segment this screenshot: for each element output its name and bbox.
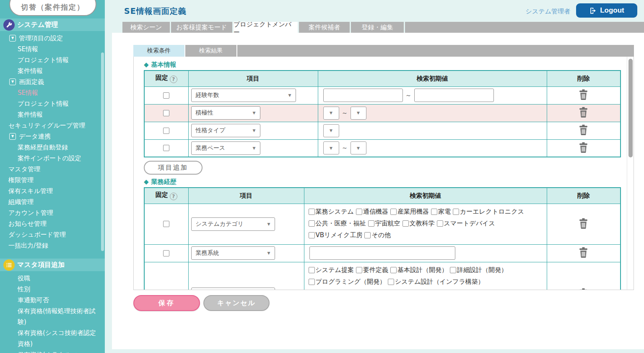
checkbox-option[interactable]: 通信機器 bbox=[356, 207, 388, 217]
sidebar-item[interactable]: 車通勤可否 bbox=[0, 295, 105, 306]
delete-row-button[interactable] bbox=[576, 246, 590, 260]
option-checkbox[interactable] bbox=[309, 267, 315, 273]
fixed-checkbox[interactable] bbox=[163, 92, 169, 99]
logout-button[interactable]: Logout bbox=[576, 3, 637, 18]
checkbox-option[interactable]: 公共・医療・福祉 bbox=[309, 218, 366, 229]
sidebar-item[interactable]: 保有スキル管理 bbox=[0, 186, 105, 196]
sidebar-item[interactable]: 保有資格(オラクルマ bbox=[0, 349, 105, 353]
save-button[interactable]: 保存 bbox=[133, 295, 200, 311]
option-checkbox[interactable] bbox=[356, 209, 362, 215]
sidebar-item[interactable]: ▼管理項目の設定 bbox=[0, 33, 105, 44]
option-checkbox[interactable] bbox=[390, 209, 397, 215]
checkbox-option[interactable]: 基本設計（開発） bbox=[390, 265, 448, 275]
option-checkbox[interactable] bbox=[309, 232, 315, 238]
option-checkbox[interactable] bbox=[368, 220, 374, 227]
sidebar-item-active[interactable]: SE情報 bbox=[0, 87, 105, 98]
option-checkbox[interactable] bbox=[309, 220, 315, 227]
sidebar-scrollbar[interactable] bbox=[101, 52, 104, 251]
tab-customer-proposal-mode[interactable]: お客様提案モード bbox=[171, 22, 232, 33]
checkbox-option[interactable]: 業務システム bbox=[309, 207, 354, 217]
subtab-search-results[interactable]: 検索結果 bbox=[185, 45, 236, 57]
option-checkbox[interactable] bbox=[437, 220, 443, 227]
option-checkbox[interactable] bbox=[388, 279, 394, 285]
option-checkbox[interactable] bbox=[309, 279, 315, 285]
collapse-arrow-icon[interactable]: ▼ bbox=[9, 78, 16, 85]
sidebar-item[interactable]: 業務経歴自動登録 bbox=[0, 142, 105, 153]
option-checkbox[interactable] bbox=[453, 209, 459, 215]
fixed-checkbox[interactable] bbox=[163, 250, 169, 256]
sidebar-item[interactable]: マスタ管理 bbox=[0, 164, 105, 175]
sidebar-item[interactable]: お知らせ管理 bbox=[0, 218, 105, 229]
collapse-arrow-icon[interactable]: ▼ bbox=[9, 133, 16, 140]
cancel-button[interactable]: キャンセル bbox=[203, 295, 270, 311]
pane-scrollbar[interactable] bbox=[627, 57, 634, 290]
help-icon[interactable]: ? bbox=[170, 76, 177, 83]
checkbox-option[interactable]: その他 bbox=[364, 230, 391, 241]
fixed-checkbox[interactable] bbox=[163, 145, 169, 151]
sidebar-item[interactable]: セキュリティグループ管理 bbox=[0, 120, 105, 131]
checkbox-option[interactable]: カーエレクトロニクス bbox=[453, 207, 524, 217]
item-select[interactable]: 業務系統▼ bbox=[191, 246, 275, 260]
sidebar-item[interactable]: 案件インポートの設定 bbox=[0, 153, 105, 164]
checkbox-option[interactable]: 文教科学 bbox=[402, 218, 435, 229]
pane-scrollbar-thumb[interactable] bbox=[628, 59, 633, 157]
sidebar-item[interactable]: 案件情報 bbox=[0, 109, 105, 120]
sidebar-item[interactable]: ▼画面定義 bbox=[0, 76, 105, 87]
sidebar-item[interactable]: ▼データ連携 bbox=[0, 131, 105, 142]
item-select[interactable]: 業務ペース▼ bbox=[191, 141, 260, 155]
range-to-select[interactable]: ▼ bbox=[351, 107, 366, 120]
checkbox-option[interactable]: スマートデバイス bbox=[437, 218, 495, 229]
sidebar-item[interactable]: ダッシュボード管理 bbox=[0, 229, 105, 240]
sidebar-item[interactable]: 権限管理 bbox=[0, 175, 105, 186]
fixed-checkbox[interactable] bbox=[163, 128, 169, 134]
delete-row-button[interactable] bbox=[576, 217, 590, 231]
option-checkbox[interactable] bbox=[390, 267, 397, 273]
range-to-select[interactable]: ▼ bbox=[351, 141, 366, 154]
sidebar-item[interactable]: プロジェクト情報 bbox=[0, 55, 105, 65]
checkbox-option[interactable]: 家電 bbox=[431, 207, 451, 217]
sidebar-item[interactable]: 保有資格(情報処理技術者試験) bbox=[0, 306, 105, 327]
delete-row-button[interactable] bbox=[576, 288, 590, 290]
checkbox-option[interactable]: VBリメイク工房 bbox=[309, 230, 363, 241]
tab-search-scene[interactable]: 検索シーン bbox=[122, 22, 170, 33]
tab-case-candidate[interactable]: 案件候補者 bbox=[299, 22, 350, 33]
business-line-input[interactable] bbox=[309, 246, 455, 260]
item-select[interactable]: 性格タイプ▼ bbox=[191, 124, 260, 137]
help-icon[interactable]: ? bbox=[170, 193, 177, 200]
range-from-select[interactable]: ▼ bbox=[323, 107, 339, 120]
collapse-arrow-icon[interactable]: ▼ bbox=[9, 35, 16, 42]
delete-row-button[interactable] bbox=[576, 89, 590, 102]
checkbox-option[interactable]: 産業用機器 bbox=[390, 207, 429, 217]
option-checkbox[interactable] bbox=[431, 209, 437, 215]
switch-case-button[interactable]: 切替（案件指定） bbox=[9, 0, 96, 16]
value-select[interactable]: ▼ bbox=[323, 124, 339, 137]
subtab-search-conditions[interactable]: 検索条件 bbox=[133, 45, 184, 57]
fixed-checkbox[interactable] bbox=[163, 221, 169, 227]
checkbox-option[interactable]: 宇宙航空 bbox=[368, 218, 400, 229]
sidebar-item[interactable]: 保有資格(シスコ技術者認定資格) bbox=[0, 327, 105, 349]
tab-register-edit[interactable]: 登録・編集 bbox=[351, 22, 404, 33]
fixed-checkbox[interactable] bbox=[163, 110, 169, 116]
checkbox-option[interactable]: 詳細設計（開発） bbox=[450, 265, 507, 275]
checkbox-option[interactable]: プログラミング（開発） bbox=[309, 277, 386, 287]
sidebar-section-master-items[interactable]: マスタ項目追加 bbox=[0, 259, 105, 271]
sidebar-item[interactable]: SE情報 bbox=[0, 44, 105, 55]
range-from-select[interactable]: ▼ bbox=[323, 141, 339, 154]
delete-row-button[interactable] bbox=[576, 141, 590, 155]
sidebar-item[interactable]: プロジェクト情報 bbox=[0, 98, 105, 109]
range-to-input[interactable] bbox=[414, 89, 494, 102]
checkbox-option[interactable]: ネットワーク・セキュリティ設計（インフラ構築） bbox=[309, 288, 462, 290]
delete-row-button[interactable] bbox=[576, 106, 590, 120]
option-checkbox[interactable] bbox=[364, 232, 371, 238]
checkbox-option[interactable]: システム設計（インフラ構築） bbox=[388, 277, 484, 287]
option-checkbox[interactable] bbox=[402, 220, 409, 227]
item-select[interactable]: 積極性▼ bbox=[191, 106, 260, 120]
sidebar-item[interactable]: 性別 bbox=[0, 284, 105, 295]
sidebar-item[interactable]: 組織管理 bbox=[0, 196, 105, 207]
item-select[interactable]: 作業工程▼ bbox=[191, 288, 275, 290]
sidebar-section-system-admin[interactable]: システム管理 bbox=[0, 18, 105, 31]
item-select[interactable]: システムカテゴリ▼ bbox=[191, 217, 275, 231]
sidebar-item[interactable]: 一括出力/登録 bbox=[0, 240, 105, 251]
item-select[interactable]: 経験年数▼ bbox=[191, 89, 296, 102]
sidebar-item[interactable]: 案件情報 bbox=[0, 65, 105, 76]
